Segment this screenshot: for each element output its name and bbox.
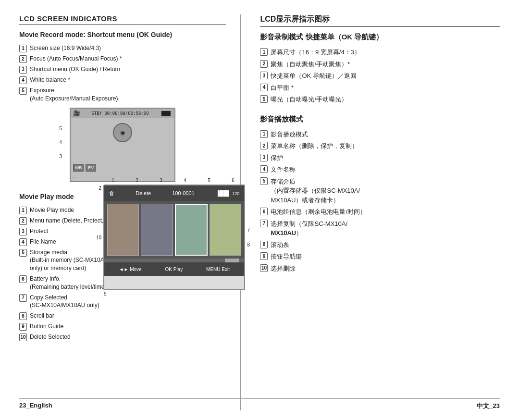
rec-nav-button: ◉ [113,123,132,142]
rec-camera-icon: 🎥 [73,110,80,117]
ci-text: 白平衡 * [271,83,294,93]
play-subtitle-cn: 影音播放模式 [260,115,500,124]
play-items-cn: 1影音播放模式 2菜单名称（删除，保护，复制） 3保护 4文件名称 5存储介质（… [260,130,500,273]
pi-cn-text: 保护 [271,153,283,163]
footer-left: 23_English [19,402,52,410]
pi-cn-text: 影音播放模式 [271,130,308,139]
pi-cn-text: 存储介质（内置存储器（仅限SC-MX10A/MX10AU）或者存储卡） [271,177,360,205]
pi-text: Movie Play mode [30,206,74,214]
pi-cn-1: 1 [260,130,268,138]
ci-text: 快捷菜单（OK 导航键）／返回 [271,71,356,81]
list-item: 3Shortcut menu (OK Guide) / Return [19,65,226,74]
item-text: Focus (Auto Focus/Manual Focus) * [30,55,122,63]
list-item: 8Scroll bar [19,312,226,320]
pi-cn-2: 2 [260,142,268,149]
move-label: ◄► Move [119,267,142,272]
pi-num-1: 1 [19,207,27,214]
record-subtitle: Movie Record mode: Shortcut menu (OK Gui… [19,31,226,38]
ci-text: 曝光（自动曝光/手动曝光） [271,95,347,104]
play-diagram: 🗑 Delete 100-0001 ▐██▌ 120 [103,185,245,290]
pi-cn-10: 10 [260,264,268,272]
ci-text: 聚焦（自动聚焦/手动聚焦）* [271,60,350,69]
delete-label: Delete [136,190,151,196]
pi-cn-text: 滚动条 [271,240,289,250]
cr-8: 8 [247,242,250,247]
pi-text: Button Guide [30,322,63,331]
file-id: 100-0001 [172,190,195,196]
pi-cn-5: 5 [260,177,268,185]
play-callout-right: 7 8 [247,227,250,247]
ct-1: 1 [111,178,114,183]
record-subtitle-cn: 影音录制模式 快捷菜单（OK 导航键） [260,33,500,42]
play-callout-top: 1 2 3 4 5 6 [96,178,250,183]
play-bottom-bar: ◄► Move OK Play MENU Exit [104,262,244,276]
ct-6: 6 [232,178,235,183]
record-items-cn: 1屏幕尺寸（16：9 宽屏幕/4：3） 2聚焦（自动聚焦/手动聚焦）* 3快捷菜… [260,48,500,104]
list-item: 9Button Guide [19,322,226,331]
record-screen: 🎥 STBY 00:00:00/00:58:00 ▐██▌ ◉ WB EV [70,108,175,182]
footer-right: 中文_23 [477,402,500,410]
pi-num-2: 2 [19,217,27,225]
list-item: 10Delete Selected [19,333,226,341]
pi-text: Delete Selected [30,333,71,341]
nav-arrow-icon: ◉ [120,129,125,136]
pi-num-10: 10 [19,334,27,341]
pi-cn-text: 电池组信息（剩余电池电量/时间） [271,207,366,217]
pi-cn-8: 8 [260,241,268,248]
play-thumbnails [104,201,244,259]
pi-cn-text: 选择复制（仅限SC-MX10A/MX10AU） [271,219,347,238]
pi-text: Copy Selected(SC-MX10A/MX10AU only) [30,294,99,310]
pi-text: Battery info.(Remaining battery level/ti… [30,275,106,291]
rec-timecode: STBY 00:00:00/00:58:00 [91,111,148,116]
list-item: 1Screen size (16:9 Wide/4:3) [19,44,226,52]
callout-4: 4 [59,140,62,145]
list-item: 5Exposure(Auto Exposure/Manual Exposure) [19,86,226,103]
ct-3: 3 [160,178,162,183]
rec-battery-icon: ▐██▌ [160,111,173,116]
item-text: Exposure(Auto Exposure/Manual Exposure) [30,86,118,103]
pi-cn-text: 选择删除 [271,264,296,273]
pi-text: Scroll bar [30,312,54,320]
thumb-4 [210,204,241,256]
pi-cn-text: 按钮导航键 [271,252,302,261]
item-text: Shortcut menu (OK Guide) / Return [30,65,120,74]
pi-num-3: 3 [19,228,27,235]
rec-bottom-icons: WB EV [73,164,96,172]
pi-text: Protect [30,227,48,235]
item-text: White balance * [30,76,70,84]
item-num-1: 1 [19,45,27,52]
item-num-3: 3 [19,66,27,74]
battery-indicator: ▐██▌ 120 [216,190,240,196]
thumb-3 [175,204,208,256]
list-item: 5存储介质（内置存储器（仅限SC-MX10A/MX10AU）或者存储卡） [260,177,500,205]
ct-5: 5 [208,178,210,183]
pi-cn-7: 7 [260,220,268,227]
item-num-2: 2 [19,55,27,63]
ci-num-1: 1 [260,48,268,56]
ci-text: 屏幕尺寸（16：9 宽屏幕/4：3） [271,48,360,57]
cb-9: 9 [104,291,107,296]
item-num-4: 4 [19,76,27,84]
list-item: 2菜单名称（删除，保护，复制） [260,141,500,151]
item-text: Screen size (16:9 Wide/4:3) [30,44,101,52]
pi-num-7: 7 [19,294,27,302]
pi-cn-6: 6 [260,208,268,215]
cl-10: 10 [96,235,101,240]
play-diagram-row: 10 🗑 Delete 100-0001 ▐██▌ 120 [96,185,250,290]
list-item: 4白平衡 * [260,83,500,93]
ci-num-2: 2 [260,60,268,68]
left-section-title: LCD SCREEN INDICATORS [19,14,226,25]
pi-num-4: 4 [19,238,27,246]
list-item: 3快捷菜单（OK 导航键）／返回 [260,71,500,81]
pi-cn-text: 文件名称 [271,165,296,174]
delete-icon: 🗑 [109,190,114,196]
thumb-1 [107,204,139,256]
icon-wb: WB [73,164,84,172]
scroll-indicator [225,259,239,262]
list-item: 1屏幕尺寸（16：9 宽屏幕/4：3） [260,48,500,57]
pi-cn-text: 菜单名称（删除，保护，复制） [271,141,358,151]
play-diagram-section: 1 2 3 4 5 6 10 🗑 Delete 100-0001 ▐██▌ 12 [96,178,250,296]
pi-cn-9: 9 [260,252,268,260]
page: LCD SCREEN INDICATORS Movie Record mode:… [0,0,519,420]
list-item: 10选择删除 [260,264,500,273]
